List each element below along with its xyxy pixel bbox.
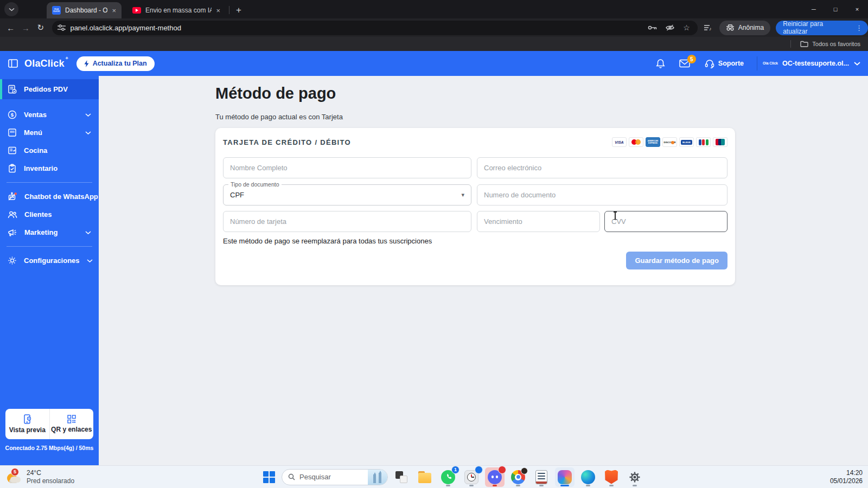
notifications-bell-button[interactable] (649, 59, 672, 68)
address-bar[interactable]: panel.olaclick.app/payment-method ☆ (52, 21, 697, 35)
document-number-input[interactable] (477, 184, 727, 206)
tab-title: Dashboard - OlaClick (65, 7, 107, 14)
sidebar: Pedidos PDV $ Ventas Menú Cocina (0, 76, 99, 465)
connection-status: Conectado 2.75 Mbps(4g) / 50ms (0, 445, 99, 451)
sidebar-item-menu[interactable]: Menú (0, 124, 99, 142)
cvv-field-wrap (604, 211, 727, 232)
save-payment-method-button[interactable]: Guardar método de pago (626, 252, 727, 269)
upgrade-plan-button[interactable]: Actualiza tu Plan (76, 56, 155, 71)
chevron-down-icon (85, 131, 91, 134)
app-logo: OlaClick ✦ (24, 58, 65, 69)
bookmarks-bar: Todos os favoritos (0, 37, 868, 51)
window-controls: ─ □ × (803, 0, 868, 18)
sidebar-item-ventas[interactable]: $ Ventas (0, 106, 99, 124)
maximize-button[interactable]: □ (825, 6, 846, 12)
main-content: Método de pago Tu método de pago actual … (99, 76, 868, 465)
jcb-icon (696, 137, 711, 147)
media-controls-icon[interactable]: ♪ (704, 24, 712, 31)
chrome-profile-avatar (521, 467, 528, 474)
headset-icon (705, 59, 714, 68)
sidebar-item-clientes[interactable]: Clientes (0, 206, 99, 223)
new-tab-button[interactable]: + (233, 5, 245, 16)
tab-divider (229, 6, 229, 14)
close-window-button[interactable]: × (846, 6, 868, 12)
task-view-button[interactable] (392, 467, 411, 487)
url-text[interactable]: panel.olaclick.app/payment-method (70, 24, 648, 32)
chrome-button[interactable] (508, 467, 528, 487)
restart-to-update-button[interactable]: Reiniciar para atualizar ⋮ (776, 21, 868, 35)
bookmark-star-icon[interactable]: ☆ (683, 23, 690, 32)
sidebar-item-marketing[interactable]: Marketing (0, 223, 99, 241)
expiry-input[interactable] (477, 211, 600, 232)
forward-button[interactable]: → (18, 23, 33, 33)
file-explorer-button[interactable] (415, 467, 435, 487)
account-menu[interactable]: OC-testesuporte.ol... (778, 60, 860, 67)
bookmarks-divider (790, 40, 791, 48)
close-tab-icon[interactable]: × (112, 7, 116, 14)
browser-menu-icon[interactable]: ⋮ (853, 24, 865, 32)
sidebar-item-cocina[interactable]: Cocina (0, 142, 99, 159)
app-header: OlaClick ✦ Actualiza tu Plan 5 Soporte (0, 51, 868, 76)
settings-button[interactable] (625, 467, 644, 487)
minimize-button[interactable]: ─ (803, 6, 825, 12)
password-key-icon[interactable] (648, 25, 657, 30)
all-bookmarks-button[interactable]: Todos os favoritos (812, 41, 860, 47)
tab-youtube[interactable]: Envio en massa com IA - YouTu × (127, 2, 226, 18)
back-button[interactable]: ← (3, 23, 18, 33)
sidebar-item-label: Chatbot de WhatsApp (24, 192, 98, 201)
inbox-mail-button[interactable]: 5 (672, 59, 697, 68)
incognito-icon (726, 24, 735, 31)
anonymous-profile-badge[interactable]: Anônima (719, 21, 770, 35)
notes-app-button[interactable] (532, 467, 551, 487)
sidebar-item-chatbot-whatsapp[interactable]: Chatbot de WhatsApp (0, 188, 99, 206)
brave-button[interactable] (602, 467, 621, 487)
customers-icon (8, 210, 17, 219)
site-settings-icon[interactable] (58, 24, 66, 31)
edge-button[interactable] (578, 467, 598, 487)
document-type-select[interactable]: Tipo de documento CPF ▾ (223, 184, 471, 206)
full-name-input[interactable] (223, 157, 471, 178)
whatsapp-button[interactable]: 1 (438, 467, 458, 487)
payment-card: TARJETA DE CRÉDITO / DÉBITO VISA AMERICA… (215, 128, 735, 285)
edge-icon (581, 470, 595, 484)
support-label: Soporte (718, 60, 744, 67)
sidebar-divider (7, 182, 92, 183)
support-button[interactable]: Soporte (697, 59, 751, 68)
qr-code-icon (67, 415, 76, 423)
account-name: OC-testesuporte.ol... (782, 60, 849, 67)
taskbar-search[interactable]: Pesquisar (282, 469, 388, 485)
sidebar-item-label: Configuraciones (24, 256, 80, 265)
preview-label: Vista previa (9, 426, 46, 434)
sidebar-item-pedidos-pdv[interactable]: Pedidos PDV (0, 79, 99, 99)
sidebar-item-configuraciones[interactable]: Configuraciones (0, 252, 99, 269)
tab-dashboard-olaclick[interactable]: OLA CLICK Dashboard - OlaClick × (47, 2, 122, 18)
email-input[interactable] (477, 157, 727, 178)
qr-links-button[interactable]: QR y enlaces (49, 409, 94, 439)
card-number-input[interactable] (223, 211, 471, 232)
eye-off-icon[interactable] (666, 24, 674, 31)
preview-button[interactable]: Vista previa (5, 409, 49, 439)
search-icon (288, 473, 295, 480)
visa-icon: VISA (612, 137, 627, 147)
weather-widget[interactable]: 5 24°C Pred ensolarado (5, 469, 74, 485)
folder-icon (418, 473, 431, 483)
copilot-button[interactable] (555, 467, 575, 487)
clock-app-button[interactable] (462, 467, 481, 487)
account-logo: Ola Click (763, 62, 778, 66)
search-highlight-image[interactable] (368, 469, 387, 485)
reload-button[interactable]: ↻ (33, 23, 48, 33)
phone-preview-icon (23, 414, 31, 424)
cvv-input[interactable] (604, 211, 727, 232)
menu-board-icon (8, 128, 17, 137)
close-tab-icon[interactable]: × (216, 7, 220, 14)
carte-bleue-icon: BLEUE (679, 137, 694, 147)
discord-button[interactable] (485, 467, 505, 487)
svg-text:$: $ (11, 112, 14, 118)
tab-search-button[interactable] (4, 2, 18, 16)
sidebar-collapse-icon[interactable] (8, 59, 18, 68)
sidebar-item-inventario[interactable]: Inventario (0, 159, 99, 177)
olaclick-favicon: OLA CLICK (52, 6, 61, 15)
start-button[interactable] (260, 468, 278, 486)
taskbar-clock[interactable]: 14:20 05/01/2026 (830, 469, 863, 485)
time-text: 14:20 (830, 469, 863, 477)
